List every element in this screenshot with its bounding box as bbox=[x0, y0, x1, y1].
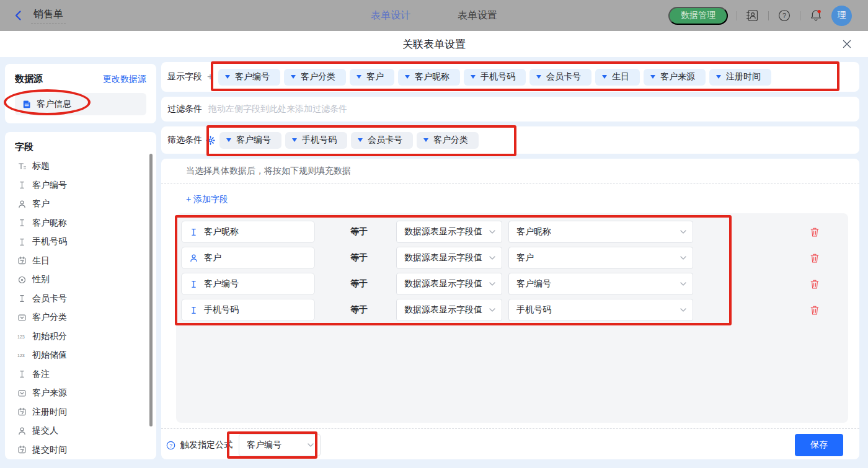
field-label: 客户昵称 bbox=[32, 218, 67, 229]
field-chip[interactable]: 客户分类 bbox=[417, 132, 479, 149]
field-chip[interactable]: 客户分类 bbox=[284, 69, 346, 86]
rule-field-box[interactable]: 客户昵称 bbox=[181, 221, 315, 243]
data-manage-button[interactable]: 数据管理 bbox=[668, 7, 728, 25]
trigger-formula-value: 客户编号 bbox=[247, 439, 281, 451]
rule-source-value: 数据源表显示字段值 bbox=[404, 304, 482, 316]
field-chip[interactable]: 客户 bbox=[350, 69, 394, 86]
fields-panel: 字段 标题 客户编号 客户 客户昵称 手机号码 生日 性别 会员卡号 客户分类 … bbox=[5, 132, 156, 459]
field-list-item[interactable]: 生日 bbox=[5, 252, 156, 271]
field-list-item[interactable]: 备注 bbox=[5, 365, 156, 384]
chip-label: 注册时间 bbox=[726, 71, 761, 82]
field-label: 提交时间 bbox=[32, 444, 67, 456]
add-display-field-button[interactable]: + bbox=[207, 71, 213, 83]
fields-title: 字段 bbox=[5, 132, 156, 153]
save-button[interactable]: 保存 bbox=[795, 434, 843, 456]
field-list-item[interactable]: 标题 bbox=[5, 157, 156, 176]
scrollbar-thumb[interactable] bbox=[149, 154, 153, 426]
trash-icon[interactable] bbox=[810, 305, 820, 316]
rule-target-select[interactable]: 手机号码 bbox=[508, 299, 693, 321]
filter-dropzone-placeholder[interactable]: 拖动左侧字段到此处来添加过滤条件 bbox=[208, 104, 347, 115]
chevron-down-icon bbox=[489, 256, 495, 260]
help-icon[interactable]: ? bbox=[777, 9, 791, 22]
rule-source-select[interactable]: 数据源表显示字段值 bbox=[396, 247, 502, 269]
radio-icon bbox=[17, 275, 27, 285]
trigger-formula-select[interactable]: 客户编号 bbox=[239, 434, 321, 456]
field-chip[interactable]: 客户编号 bbox=[218, 69, 280, 86]
modal-title: 关联表单设置 bbox=[0, 31, 868, 57]
field-chip[interactable]: 会员卡号 bbox=[529, 69, 591, 86]
field-chip[interactable]: 客户来源 bbox=[644, 69, 706, 86]
chevron-down-icon bbox=[489, 230, 495, 234]
field-list-item[interactable]: 123 初始积分 bbox=[5, 327, 156, 347]
rule-source-select[interactable]: 数据源表显示字段值 bbox=[396, 273, 502, 295]
field-list-item[interactable]: 客户 bbox=[5, 195, 156, 214]
change-datasource-link[interactable]: 更改数据源 bbox=[103, 74, 146, 85]
triangle-down-icon bbox=[423, 138, 428, 142]
field-list-item[interactable]: 客户来源 bbox=[5, 384, 156, 403]
document-name[interactable]: 销售单 bbox=[31, 8, 66, 24]
text-icon bbox=[189, 280, 198, 289]
rule-operator: 等于 bbox=[350, 252, 369, 263]
field-chip[interactable]: 手机号码 bbox=[464, 69, 526, 86]
chip-label: 客户编号 bbox=[235, 71, 270, 82]
field-list-item[interactable]: 手机号码 bbox=[5, 232, 156, 252]
rule-source-value: 数据源表显示字段值 bbox=[404, 226, 482, 237]
triangle-down-icon bbox=[405, 75, 410, 79]
rule-row: 手机号码 等于 数据源表显示字段值 手机号码 bbox=[176, 299, 848, 321]
field-list-item[interactable]: 提交人 bbox=[5, 422, 156, 441]
trash-icon[interactable] bbox=[810, 279, 820, 289]
fill-rules-panel: 当选择具体数据后，将按如下规则填充数据 + 添加字段 客户昵称 等于 数据源表显… bbox=[161, 159, 859, 459]
tab-form-settings[interactable]: 表单设置 bbox=[458, 9, 497, 22]
trash-icon[interactable] bbox=[810, 253, 820, 263]
field-list-item[interactable]: 注册时间 bbox=[5, 403, 156, 422]
field-list-item[interactable]: 客户昵称 bbox=[5, 214, 156, 233]
field-list-item[interactable]: 客户分类 bbox=[5, 308, 156, 327]
field-list-item[interactable]: 客户编号 bbox=[5, 176, 156, 195]
divider bbox=[800, 11, 800, 20]
chip-label: 客户来源 bbox=[660, 71, 695, 82]
field-list-item[interactable]: 会员卡号 bbox=[5, 289, 156, 309]
gear-icon[interactable] bbox=[206, 136, 215, 145]
rule-field-label: 客户 bbox=[204, 252, 221, 263]
back-icon[interactable] bbox=[12, 9, 25, 22]
close-icon[interactable] bbox=[842, 39, 852, 49]
rule-target-select[interactable]: 客户昵称 bbox=[508, 221, 693, 243]
rule-target-select[interactable]: 客户编号 bbox=[508, 273, 693, 295]
field-chip[interactable]: 客户编号 bbox=[219, 132, 281, 149]
datasource-item[interactable]: 客户信息 bbox=[15, 93, 146, 115]
add-field-link[interactable]: + 添加字段 bbox=[186, 194, 228, 205]
rule-field-box[interactable]: 客户 bbox=[181, 247, 315, 269]
field-list-item[interactable]: 123 初始储值 bbox=[5, 346, 156, 365]
dashed-divider bbox=[161, 183, 859, 184]
field-label: 初始储值 bbox=[32, 350, 67, 361]
chip-label: 客户 bbox=[366, 71, 384, 82]
text-icon bbox=[17, 180, 27, 190]
bell-icon[interactable] bbox=[809, 9, 823, 22]
rule-target-select[interactable]: 客户 bbox=[508, 247, 693, 269]
address-book-icon[interactable] bbox=[746, 9, 760, 22]
rule-source-select[interactable]: 数据源表显示字段值 bbox=[396, 299, 502, 321]
field-chip[interactable]: 会员卡号 bbox=[351, 132, 413, 149]
avatar[interactable]: 理 bbox=[831, 6, 852, 26]
triangle-down-icon bbox=[292, 138, 297, 142]
rule-field-box[interactable]: 客户编号 bbox=[181, 273, 315, 295]
rules-container: 客户昵称 等于 数据源表显示字段值 客户昵称 客户 等于 数据源表显示字段值 客… bbox=[176, 213, 848, 423]
rule-field-box[interactable]: 手机号码 bbox=[181, 299, 315, 321]
rule-source-select[interactable]: 数据源表显示字段值 bbox=[396, 221, 502, 243]
person-icon bbox=[17, 200, 27, 209]
doc-icon bbox=[22, 100, 32, 109]
tab-form-design[interactable]: 表单设计 bbox=[371, 9, 410, 22]
field-chip[interactable]: 手机号码 bbox=[285, 132, 347, 149]
rule-row: 客户 等于 数据源表显示字段值 客户 bbox=[176, 247, 848, 269]
text-icon bbox=[17, 218, 27, 227]
rule-operator: 等于 bbox=[350, 226, 369, 237]
field-chip[interactable]: 客户昵称 bbox=[398, 69, 460, 86]
field-list-item[interactable]: 性别 bbox=[5, 270, 156, 289]
field-chip[interactable]: 注册时间 bbox=[709, 69, 771, 86]
chevron-down-icon bbox=[489, 308, 495, 312]
field-chip[interactable]: 生日 bbox=[595, 69, 640, 86]
trash-icon[interactable] bbox=[810, 227, 820, 237]
filter-condition-label: 过滤条件 bbox=[167, 104, 202, 115]
field-list-item[interactable]: 提交时间 bbox=[5, 441, 156, 460]
help-circle-icon[interactable]: ? bbox=[166, 441, 175, 450]
